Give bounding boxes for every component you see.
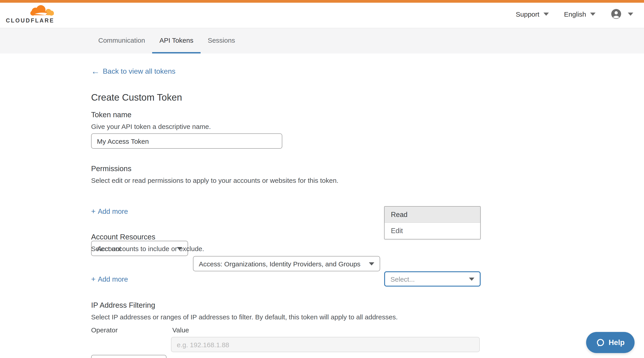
support-menu[interactable]: Support [516,10,549,18]
permissions-add-more-link[interactable]: + Add more [91,207,128,216]
chevron-down-icon [590,12,596,16]
permission-level-menu: Read Edit [384,206,481,239]
resource-mode-select[interactable]: Include [91,355,166,358]
token-name-input[interactable] [91,133,282,149]
token-name-description: Give your API token a descriptive name. [91,123,211,130]
back-to-tokens-link[interactable]: ← Back to view all tokens [91,67,176,76]
add-more-label: Add more [98,208,128,216]
chevron-down-icon [469,278,474,281]
cloudflare-logo[interactable]: CLOUDFLARE [6,5,55,26]
permissions-description: Select edit or read permissions to apply… [91,177,338,184]
tab-communication[interactable]: Communication [91,28,152,54]
chevron-down-icon [628,12,633,16]
support-menu-label: Support [516,10,540,18]
account-resources-description: Select accounts to include or exclude. [91,245,204,252]
help-button[interactable]: Help [586,332,634,353]
language-menu-label: English [564,10,586,18]
language-menu[interactable]: English [564,10,596,18]
account-resources-heading: Account Resources [91,233,155,241]
help-button-label: Help [608,338,625,347]
ip-filtering-description: Select IP addresses or ranges of IP addr… [91,313,398,321]
chevron-down-icon [369,262,374,265]
permission-resource-select[interactable]: Access: Organizations, Identity Provider… [193,256,380,271]
operator-label: Operator [91,326,118,334]
add-more-label: Add more [98,275,128,283]
back-arrow-icon: ← [91,68,100,75]
cloudflare-cloud-icon [29,5,54,17]
tab-api-tokens[interactable]: API Tokens [152,28,200,54]
ip-filtering-heading: IP Address Filtering [91,301,155,309]
top-header: CLOUDFLARE Support English [0,3,644,28]
page-title: Create Custom Token [91,92,182,103]
plus-icon: + [91,207,96,216]
account-tabs: Communication API Tokens Sessions [0,28,644,54]
permission-level-placeholder: Select... [390,275,415,283]
ip-value-input [171,337,480,352]
chat-bubble-icon [596,338,605,347]
permissions-heading: Permissions [91,164,132,173]
header-nav: Support English [516,3,634,25]
avatar-icon [611,9,622,19]
plus-icon: + [91,275,96,284]
cloudflare-wordmark: CLOUDFLARE [6,18,55,24]
back-link-label: Back to view all tokens [103,67,176,76]
menu-option-edit[interactable]: Edit [384,223,480,239]
account-menu[interactable] [611,9,633,19]
value-label: Value [172,326,189,334]
chevron-down-icon [544,12,549,16]
account-resources-add-more-link[interactable]: + Add more [91,275,128,284]
permission-resource-value: Access: Organizations, Identity Provider… [199,260,360,267]
permission-level-select[interactable]: Select... [384,271,481,287]
brand-top-bar [0,0,644,3]
menu-option-read[interactable]: Read [384,207,480,223]
page: CLOUDFLARE Support English Communicati [0,0,644,358]
tab-sessions[interactable]: Sessions [200,28,242,54]
token-name-heading: Token name [91,111,132,119]
